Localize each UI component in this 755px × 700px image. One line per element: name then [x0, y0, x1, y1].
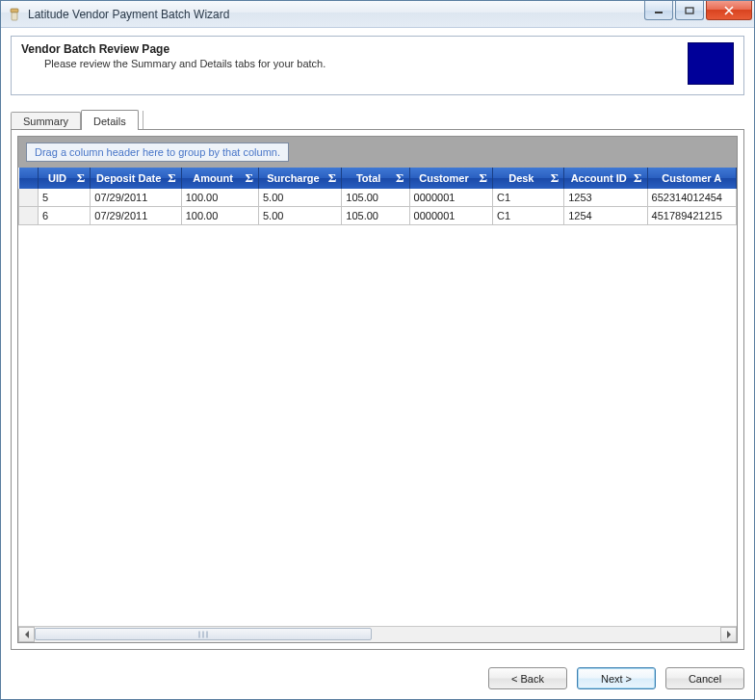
col-customer[interactable]: CustomerΣ [409, 168, 492, 189]
header-text: Vendor Batch Review Page Please review t… [21, 42, 680, 85]
tab-label: Summary [23, 116, 68, 127]
svg-rect-1 [12, 13, 17, 20]
cell-customer-acc[interactable]: 451789421215 [647, 207, 736, 225]
row-indicator-header [19, 168, 39, 189]
page-subtitle: Please review the Summary and Details ta… [44, 58, 680, 69]
tab-summary[interactable]: Summary [11, 112, 81, 130]
sigma-icon[interactable]: Σ [74, 170, 89, 186]
data-grid: Drag a column header here to group by th… [17, 136, 738, 643]
cell-desk[interactable]: C1 [492, 207, 563, 225]
tab-panel-details: Drag a column header here to group by th… [11, 129, 744, 650]
cancel-button[interactable]: Cancel [665, 667, 744, 689]
sigma-icon[interactable]: Σ [631, 170, 645, 186]
window-title: Latitude Vendor Payment Batch Wizard [28, 8, 229, 21]
svg-rect-0 [11, 9, 18, 13]
app-icon [7, 7, 22, 22]
col-customer-acc[interactable]: Customer A [647, 168, 736, 189]
table-row[interactable]: 6 07/29/2011 100.00 5.00 105.00 0000001 … [19, 207, 737, 225]
col-desk[interactable]: DeskΣ [492, 168, 563, 189]
sigma-icon[interactable]: Σ [242, 170, 256, 186]
header-row: UIDΣ Deposit DateΣ AmountΣ SurchargeΣ To… [19, 168, 737, 189]
maximize-button[interactable] [675, 1, 704, 20]
col-deposit-date[interactable]: Deposit DateΣ [91, 168, 181, 189]
col-total[interactable]: TotalΣ [342, 168, 409, 189]
wizard-window: Latitude Vendor Payment Batch Wizard Ven… [0, 0, 755, 700]
wizard-footer: < Back Next > Cancel [1, 660, 754, 699]
minimize-button[interactable] [644, 1, 673, 20]
cell-account-id[interactable]: 1254 [564, 207, 647, 225]
col-uid[interactable]: UIDΣ [39, 168, 91, 189]
header-panel: Vendor Batch Review Page Please review t… [11, 36, 744, 95]
body-area: Vendor Batch Review Page Please review t… [1, 28, 754, 660]
tab-label: Details [93, 116, 126, 127]
group-by-bar[interactable]: Drag a column header here to group by th… [18, 137, 737, 168]
cell-surcharge[interactable]: 5.00 [258, 189, 341, 207]
back-button[interactable]: < Back [488, 667, 567, 689]
titlebar: Latitude Vendor Payment Batch Wizard [1, 1, 754, 28]
cell-surcharge[interactable]: 5.00 [258, 207, 341, 225]
col-surcharge[interactable]: SurchargeΣ [258, 168, 341, 189]
close-button[interactable] [706, 1, 752, 20]
cell-uid[interactable]: 6 [39, 207, 91, 225]
svg-rect-3 [686, 8, 693, 13]
sigma-icon[interactable]: Σ [476, 170, 490, 186]
grid-body[interactable]: UIDΣ Deposit DateΣ AmountΣ SurchargeΣ To… [18, 168, 737, 626]
sigma-icon[interactable]: Σ [548, 170, 562, 186]
table-row[interactable]: 5 07/29/2011 100.00 5.00 105.00 0000001 … [19, 189, 737, 207]
header-logo [688, 42, 734, 85]
cell-desk[interactable]: C1 [492, 189, 563, 207]
scroll-left-arrow[interactable] [18, 627, 35, 642]
cell-customer[interactable]: 0000001 [409, 189, 492, 207]
cell-uid[interactable]: 5 [39, 189, 91, 207]
row-indicator [19, 189, 39, 207]
sigma-icon[interactable]: Σ [393, 170, 407, 186]
svg-rect-2 [655, 12, 663, 13]
cell-deposit-date[interactable]: 07/29/2011 [91, 207, 181, 225]
tab-details[interactable]: Details [81, 110, 139, 130]
page-title: Vendor Batch Review Page [21, 42, 680, 56]
cell-customer-acc[interactable]: 652314012454 [647, 189, 736, 207]
tab-divider [143, 111, 143, 130]
cell-deposit-date[interactable]: 07/29/2011 [91, 189, 181, 207]
cell-amount[interactable]: 100.00 [181, 207, 258, 225]
cell-account-id[interactable]: 1253 [564, 189, 647, 207]
window-controls [642, 1, 752, 20]
col-account-id[interactable]: Account IDΣ [564, 168, 647, 189]
group-by-hint: Drag a column header here to group by th… [26, 143, 289, 162]
sigma-icon[interactable]: Σ [325, 170, 340, 186]
col-amount[interactable]: AmountΣ [181, 168, 258, 189]
horizontal-scrollbar[interactable] [18, 626, 737, 642]
sigma-icon[interactable]: Σ [165, 170, 179, 186]
cell-total[interactable]: 105.00 [342, 207, 409, 225]
cell-total[interactable]: 105.00 [342, 189, 409, 207]
row-indicator [19, 207, 39, 225]
cell-customer[interactable]: 0000001 [409, 207, 492, 225]
tabs-region: Summary Details Drag a column header her… [11, 109, 744, 650]
scroll-right-arrow[interactable] [720, 627, 737, 642]
cell-amount[interactable]: 100.00 [181, 189, 258, 207]
next-button[interactable]: Next > [577, 667, 656, 689]
grid-table: UIDΣ Deposit DateΣ AmountΣ SurchargeΣ To… [18, 168, 737, 225]
scroll-thumb[interactable] [35, 628, 372, 640]
tabstrip: Summary Details [11, 109, 744, 130]
scroll-track[interactable] [35, 627, 720, 642]
